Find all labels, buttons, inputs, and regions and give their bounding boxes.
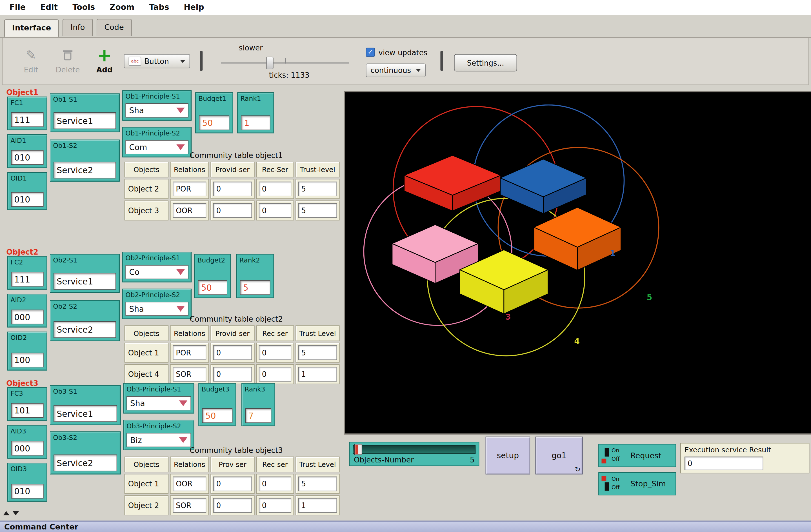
slider-thumb[interactable]	[354, 444, 362, 455]
menu-zoom[interactable]: Zoom	[110, 2, 134, 12]
budget1-field[interactable]: 50	[199, 115, 229, 130]
community-table3-title: Community table object3	[160, 446, 312, 455]
speed-slower-label: slower	[239, 44, 263, 52]
switch-knob[interactable]	[605, 448, 609, 456]
speed-slider-thumb[interactable]	[266, 57, 274, 69]
toolbar-separator	[440, 51, 443, 71]
table-cell: 0	[211, 201, 255, 220]
fc2-field[interactable]: 111	[11, 272, 44, 286]
world-view[interactable]: 1534	[344, 91, 811, 435]
setup-button[interactable]: setup	[486, 437, 530, 474]
ob3-principle-s2-dropdown[interactable]: Biz	[126, 433, 191, 447]
toolbar-separator	[200, 51, 202, 71]
table-cell: 1	[295, 496, 340, 515]
ob3-s1-field[interactable]: Service1	[53, 405, 117, 422]
ob2-s2-field[interactable]: Service2	[53, 321, 116, 338]
fc1-input: FC1 111	[7, 97, 47, 130]
aid1-input: AID1 010	[7, 134, 47, 168]
oid1-input: OID1 010	[7, 172, 47, 210]
go-button[interactable]: go1	[536, 437, 583, 474]
ob2-principle-s1-dropdown[interactable]: Co	[125, 265, 188, 279]
table-cell: 5	[295, 201, 340, 220]
request-switch[interactable]: On Off Request	[598, 444, 676, 467]
view-updates-checkbox[interactable]	[366, 48, 375, 57]
tab-interface[interactable]: Interface	[4, 19, 59, 36]
add-widget-button[interactable]: + Add	[88, 46, 121, 74]
ob2-s2-label: Ob2-S2	[53, 302, 77, 310]
update-mode-dropdown[interactable]: continuous	[366, 63, 426, 77]
fc3-field[interactable]: 101	[11, 403, 44, 418]
menu-edit[interactable]: Edit	[40, 2, 58, 12]
tab-code[interactable]: Code	[97, 19, 132, 36]
fc1-field[interactable]: 111	[11, 112, 44, 127]
table-cell: 0	[211, 496, 255, 515]
ob2-s1-input: Ob2-S1 Service1	[50, 254, 120, 293]
budget3-field[interactable]: 50	[202, 408, 232, 423]
command-center-bar[interactable]: Command Center	[0, 520, 811, 532]
ob3-principle-s2-label: Ob3-Principle-S2	[126, 422, 181, 430]
dropdown-triangle-icon	[176, 306, 185, 312]
aid3-field[interactable]: 000	[11, 441, 44, 455]
oid3-input: OID3 010	[7, 463, 47, 502]
fc1-label: FC1	[11, 98, 23, 107]
ob3-principle-s1-dropdown[interactable]: Sha	[126, 396, 191, 410]
menu-help[interactable]: Help	[184, 2, 204, 12]
ob2-s2-input: Ob2-S2 Service2	[50, 300, 120, 341]
edit-button[interactable]: ✎ Edit	[14, 46, 48, 74]
table-cell: 0	[256, 496, 294, 515]
ob3-s2-input: Ob3-S2 Service2	[50, 432, 121, 474]
ob2-s1-label: Ob2-S1	[53, 256, 77, 264]
fc3-input: FC3 101	[7, 387, 47, 421]
ob1-s1-field[interactable]: Service1	[53, 112, 116, 129]
menu-tools[interactable]: Tools	[72, 2, 95, 12]
community-table-3: Objects Relations Prov-ser Rec-ser Trust…	[124, 456, 340, 515]
table-header-cell: Objects	[124, 162, 169, 177]
tab-info[interactable]: Info	[63, 19, 93, 36]
table-row-object: Object 1	[124, 343, 169, 363]
world-canvas: 1534	[345, 92, 811, 434]
aid1-field[interactable]: 010	[11, 150, 44, 165]
menu-tabs[interactable]: Tabs	[149, 2, 169, 12]
table-cell: 0	[256, 201, 294, 220]
oid2-field[interactable]: 100	[11, 353, 44, 367]
splitter-arrows-icon[interactable]	[3, 511, 19, 515]
dropdown-triangle-icon	[176, 269, 185, 275]
switch-off-label: Off	[612, 484, 620, 490]
objects-number-slider: Objects-Number 5	[349, 442, 479, 466]
ticks-counter: ticks: 1133	[242, 71, 336, 79]
ob2-principle-s2-dropdown[interactable]: Sha	[125, 302, 188, 316]
oid3-field[interactable]: 010	[11, 484, 44, 499]
table-cell: SOR	[170, 496, 209, 515]
forever-icon	[575, 466, 581, 473]
svg-text:3: 3	[505, 312, 511, 322]
table-cell: OOR	[170, 474, 209, 494]
budget2-field[interactable]: 50	[198, 280, 227, 295]
svg-text:1: 1	[610, 249, 615, 258]
settings-button[interactable]: Settings...	[454, 54, 517, 71]
aid2-label: AID2	[11, 296, 26, 304]
table-header-cell: Rec-ser	[256, 325, 294, 341]
object3-title: Object3	[6, 379, 38, 387]
ob3-s2-field[interactable]: Service2	[53, 455, 117, 471]
rank1-field[interactable]: 1	[241, 115, 270, 130]
aid2-field[interactable]: 000	[11, 310, 44, 324]
table-row-object: Object 2	[124, 179, 169, 199]
rank3-field[interactable]: 7	[245, 408, 271, 423]
delete-button[interactable]: Delete	[51, 46, 85, 74]
slider-groove[interactable]	[353, 445, 475, 454]
ob2-s1-field[interactable]: Service1	[53, 273, 116, 290]
stop-sim-switch[interactable]: On Off Stop_Sim	[598, 472, 676, 496]
switch-knob[interactable]	[605, 482, 609, 490]
stop-sim-label: Stop_Sim	[630, 480, 666, 488]
rank1-input: Rank1 1	[237, 92, 274, 133]
widget-type-dropdown[interactable]: abc Button	[124, 54, 190, 68]
tab-bar: Interface Info Code	[0, 15, 811, 38]
budget3-input: Budget3 50	[198, 383, 236, 426]
rank2-field[interactable]: 5	[240, 280, 271, 295]
aid1-label: AID1	[11, 136, 26, 144]
menu-file[interactable]: File	[10, 2, 26, 12]
oid1-field[interactable]: 010	[11, 192, 44, 207]
ob1-principle-s1-dropdown[interactable]: Sha	[125, 103, 188, 118]
arrow-up-icon	[3, 511, 9, 515]
ob1-s2-field[interactable]: Service2	[53, 162, 116, 178]
